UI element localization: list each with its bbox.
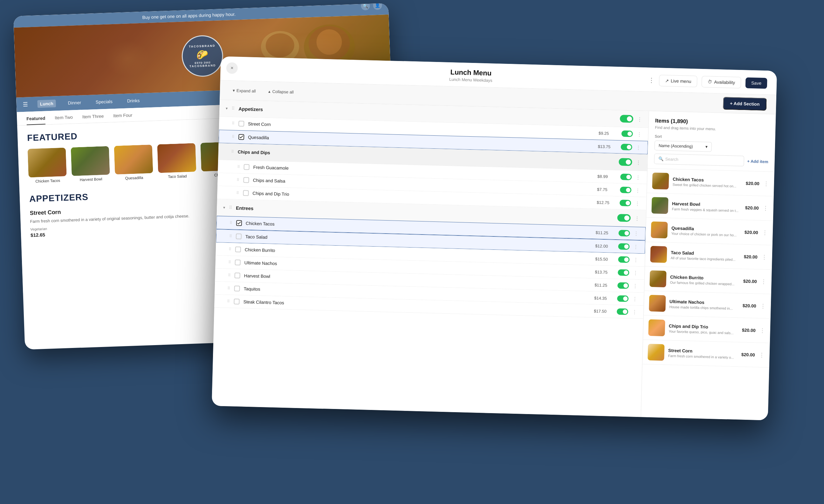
taquitos-more-icon[interactable]: ⋮ — [632, 296, 637, 302]
drag-handle-icon[interactable]: ⠿ — [232, 121, 235, 126]
chicken-tacos-toggle[interactable] — [618, 230, 630, 236]
chicken-tacos-checkbox[interactable] — [236, 220, 242, 226]
appetizers-toggle[interactable] — [620, 115, 634, 123]
nav-dinner[interactable]: Dinner — [65, 99, 84, 107]
taco-salad-more-icon[interactable]: ⋮ — [633, 244, 638, 250]
chicken-burrito-checkbox[interactable] — [235, 247, 241, 252]
guacamole-price: $8.99 — [597, 174, 616, 179]
harvest-bowl-toggle[interactable] — [617, 282, 629, 289]
item-card-price: $20.00 — [743, 303, 756, 308]
chicken-tacos-price: $11.25 — [596, 230, 615, 236]
account-icon[interactable]: 👤 — [373, 3, 382, 10]
drag-handle-icon[interactable]: ⠿ — [237, 165, 240, 169]
expand-all-button[interactable]: ▾ Expand all — [229, 87, 259, 95]
items-list: Chicken Tacos Sweet fire grilled chicken… — [641, 169, 774, 420]
item-card-more-icon[interactable]: ⋮ — [760, 302, 766, 309]
item-info: Street Corn Farm fresh corn smothered in… — [668, 348, 737, 359]
chips-dip-trio-toggle[interactable] — [620, 200, 631, 206]
guacamole-checkbox[interactable] — [243, 164, 249, 170]
taquitos-price: $14.35 — [594, 295, 613, 301]
search-box[interactable]: 🔍 Search — [654, 153, 744, 166]
ultimate-nachos-more-icon[interactable]: ⋮ — [633, 270, 638, 276]
harvest-bowl-more-icon[interactable]: ⋮ — [633, 283, 638, 289]
nav-specials[interactable]: Specials — [93, 98, 115, 106]
tab-featured[interactable]: Featured — [26, 116, 45, 125]
sort-select[interactable]: Name (Ascending) ▾ — [654, 140, 712, 152]
drag-handle-icon[interactable]: ⠿ — [229, 234, 232, 238]
item-card-more-icon[interactable]: ⋮ — [762, 229, 768, 236]
drag-handle-icon[interactable]: ⠿ — [227, 299, 230, 303]
chicken-burrito-toggle[interactable] — [618, 256, 630, 263]
street-corn-more-icon[interactable]: ⋮ — [637, 131, 642, 137]
chips-dips-toggle[interactable] — [619, 158, 632, 166]
item-card-desc: Our famous fire grilled chicken wrapped.… — [670, 280, 739, 286]
nav-lunch[interactable]: Lunch — [37, 100, 56, 108]
tab-item-three[interactable]: Item Three — [82, 113, 104, 123]
chips-dips-more-icon[interactable]: ⋮ — [636, 159, 641, 165]
add-section-button[interactable]: + Add Section — [723, 97, 767, 111]
guacamole-toggle[interactable] — [620, 173, 632, 180]
nav-drinks[interactable]: Drinks — [124, 97, 142, 105]
drag-handle-icon[interactable]: ⠿ — [227, 286, 230, 290]
item-card-desc: Farm fresh veggies & squash served on t.… — [672, 207, 741, 213]
drag-handle-icon[interactable]: ⠿ — [228, 273, 230, 277]
chicken-tacos-more-icon[interactable]: ⋮ — [634, 230, 639, 236]
item-card-desc: Your favorite queso, pico, guac and sals… — [668, 329, 738, 335]
live-menu-button[interactable]: ↗ Live menu — [659, 75, 697, 87]
street-corn-checkbox[interactable] — [238, 121, 244, 126]
featured-card-chicken-tacos: Chicken Tacos — [28, 147, 67, 184]
entrees-more-icon[interactable]: ⋮ — [634, 215, 640, 221]
search-icon[interactable]: 🔍 — [361, 3, 370, 10]
chips-salsa-toggle[interactable] — [620, 186, 632, 193]
item-info: Chips and Dip Trio Your favorite queso, … — [668, 323, 738, 335]
entrees-toggle[interactable] — [617, 214, 631, 222]
item-card-more-icon[interactable]: ⋮ — [761, 254, 767, 261]
drag-handle-icon[interactable]: ⠿ — [236, 178, 239, 182]
save-button[interactable]: Save — [745, 77, 767, 89]
add-item-button[interactable]: + Add item — [747, 159, 768, 164]
quesadilla-toggle[interactable] — [621, 144, 632, 150]
item-card-more-icon[interactable]: ⋮ — [763, 180, 769, 187]
chips-salsa-more-icon[interactable]: ⋮ — [635, 187, 640, 193]
hamburger-icon[interactable]: ☰ — [22, 101, 28, 108]
guacamole-more-icon[interactable]: ⋮ — [635, 174, 640, 180]
item-card-more-icon[interactable]: ⋮ — [759, 327, 765, 334]
announcement-text: Buy one get one on all apps during happy… — [142, 12, 235, 20]
drag-handle-icon[interactable]: ⠿ — [229, 221, 232, 225]
drag-handle-icon[interactable]: ⠿ — [228, 260, 231, 264]
item-card-more-icon[interactable]: ⋮ — [762, 205, 768, 212]
tab-item-two[interactable]: Item Two — [55, 115, 73, 124]
chips-dip-trio-checkbox[interactable] — [243, 190, 248, 196]
drag-handle-icon[interactable]: ⠿ — [231, 106, 235, 111]
more-options-icon[interactable]: ⋮ — [648, 76, 654, 84]
steak-cilantro-checkbox[interactable] — [234, 299, 239, 304]
street-corn-toggle[interactable] — [621, 130, 633, 137]
drag-handle-icon[interactable]: ⠿ — [236, 191, 239, 195]
taco-salad-checkbox[interactable] — [236, 234, 241, 239]
taco-salad-toggle[interactable] — [618, 243, 630, 250]
drag-handle-icon[interactable]: ⠿ — [232, 134, 235, 139]
harvest-bowl-checkbox[interactable] — [234, 273, 240, 278]
steak-cilantro-more-icon[interactable]: ⋮ — [632, 309, 637, 315]
ultimate-nachos-toggle[interactable] — [618, 269, 629, 276]
item-card-more-icon[interactable]: ⋮ — [760, 278, 766, 285]
collapse-all-button[interactable]: ▴ Collapse all — [265, 87, 297, 96]
ultimate-nachos-checkbox[interactable] — [235, 260, 241, 265]
drag-handle-icon[interactable]: ⠿ — [229, 205, 232, 210]
drag-handle-icon[interactable]: ⠿ — [231, 149, 234, 154]
collapse-icon[interactable]: ▾ — [223, 205, 225, 210]
tab-item-four[interactable]: Item Four — [113, 113, 132, 122]
chips-salsa-checkbox[interactable] — [243, 177, 249, 183]
quesadilla-checkbox[interactable] — [238, 134, 244, 140]
quesadilla-more-icon[interactable]: ⋮ — [636, 144, 641, 150]
appetizers-more-icon[interactable]: ⋮ — [637, 116, 642, 122]
chips-dip-trio-more-icon[interactable]: ⋮ — [635, 200, 640, 206]
item-card-more-icon[interactable]: ⋮ — [758, 352, 764, 359]
steak-cilantro-toggle[interactable] — [617, 308, 628, 315]
chicken-burrito-more-icon[interactable]: ⋮ — [633, 257, 638, 263]
taquitos-checkbox[interactable] — [234, 286, 240, 291]
collapse-icon[interactable]: ▾ — [226, 106, 228, 111]
drag-handle-icon[interactable]: ⠿ — [228, 247, 231, 251]
taquitos-toggle[interactable] — [617, 295, 629, 302]
availability-button[interactable]: ⏱ Availability — [702, 76, 741, 88]
